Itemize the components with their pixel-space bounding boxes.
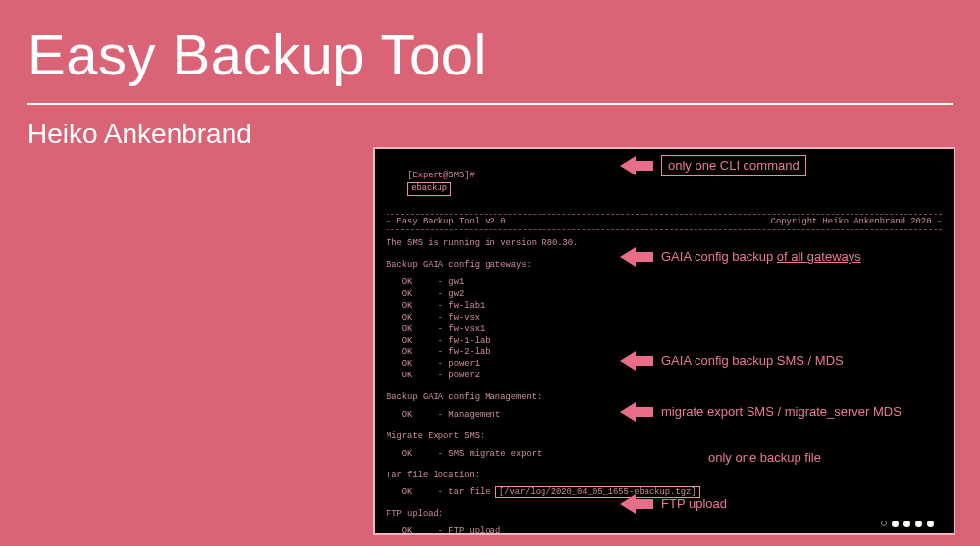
arrow-left-icon xyxy=(620,494,653,514)
note-text-b: of all gateways xyxy=(777,249,861,264)
note-gaia-gateways-label: GAIA config backup of all gateways xyxy=(661,248,861,266)
section-migrate: Migrate Export SMS: xyxy=(387,431,942,443)
section-tar: Tar file location: xyxy=(387,471,942,482)
list-item: OK - fw-vsx xyxy=(387,313,942,324)
note-cli-label: only one CLI command xyxy=(661,155,806,176)
tool-header: - Easy Backup Tool v2.0 Copyright Heiko … xyxy=(387,214,942,231)
arrow-left-icon xyxy=(620,247,653,267)
status-ok: OK xyxy=(402,410,413,420)
terminal-screenshot: [Expert@SMS]# ebackup - Easy Backup Tool… xyxy=(373,147,955,535)
note-gaia-mgmt: GAIA config backup SMS / MDS xyxy=(620,351,844,371)
note-cli: only one CLI command xyxy=(620,155,806,176)
dot-icon xyxy=(927,521,934,527)
migrate-name: - SMS migrate export xyxy=(438,449,542,459)
list-item: OK - fw-vsx1 xyxy=(387,324,942,336)
list-item: OK - power2 xyxy=(387,371,942,382)
list-item: OK - gw2 xyxy=(387,289,942,301)
note-text-a: GAIA config backup xyxy=(661,249,777,264)
ftp-name: - FTP upload xyxy=(438,526,500,535)
note-onefile: only one backup file xyxy=(708,449,821,467)
list-item: OK - fw-lab1 xyxy=(387,301,942,313)
status-ok: OK xyxy=(402,526,413,535)
list-item: OK - fw-1-lab xyxy=(387,336,942,348)
ftp-row: OK - FTP upload xyxy=(387,526,942,535)
list-item: OK - gw1 xyxy=(387,277,942,289)
note-migrate: migrate export SMS / migrate_server MDS xyxy=(620,402,902,422)
arrow-left-icon xyxy=(620,402,653,422)
status-ok: OK xyxy=(402,449,413,459)
shell-prompt: [Expert@SMS]# xyxy=(407,171,475,180)
tool-header-left: - Easy Backup Tool v2.0 xyxy=(387,217,505,228)
note-onefile-label: only one backup file xyxy=(708,449,821,467)
tool-header-right: Copyright Heiko Ankenbrand 2020 - xyxy=(771,217,942,228)
note-migrate-label: migrate export SMS / migrate_server MDS xyxy=(661,403,902,421)
dot-icon xyxy=(892,521,899,527)
status-ok: OK xyxy=(402,487,413,497)
arrow-left-icon xyxy=(620,156,653,175)
command-box: ebackup xyxy=(407,182,451,196)
slide-title: Easy Backup Tool xyxy=(0,0,980,97)
note-gaia-mgmt-label: GAIA config backup SMS / MDS xyxy=(661,352,844,370)
arrow-left-icon xyxy=(620,351,653,371)
dot-icon xyxy=(915,521,922,527)
migrate-row: OK - SMS migrate export xyxy=(387,449,942,461)
pagination-dots xyxy=(881,521,934,527)
dot-icon xyxy=(881,521,887,526)
dot-icon xyxy=(903,521,910,527)
slide-author: Heiko Ankenbrand xyxy=(0,105,980,150)
mgmt-name: - Management xyxy=(438,410,500,420)
note-ftp-label: FTP upload xyxy=(661,495,727,513)
tar-prefix: - tar file xyxy=(438,487,495,497)
note-gaia-gateways: GAIA config backup of all gateways xyxy=(620,247,861,267)
note-ftp: FTP upload xyxy=(620,494,727,514)
